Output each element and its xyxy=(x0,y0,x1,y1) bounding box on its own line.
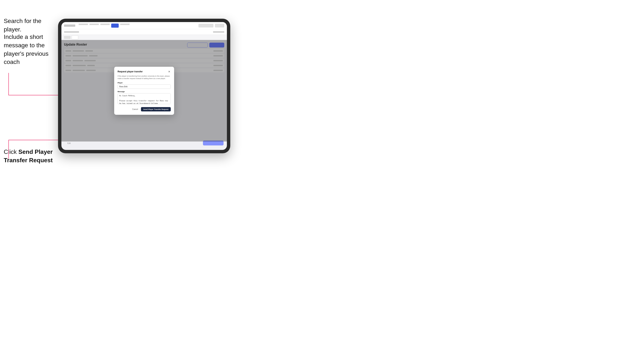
arrow-line-1-v xyxy=(8,73,9,95)
main-content: Update Roster xyxy=(62,40,227,142)
annotation-click: Click Send Player Transfer Request xyxy=(4,148,56,165)
nav-item-3 xyxy=(100,23,110,25)
message-textarea[interactable]: Hi Coach McHarg, Please accept this tran… xyxy=(118,93,171,104)
app-logo xyxy=(64,24,75,27)
tab-active[interactable] xyxy=(72,35,78,39)
header-btn-1[interactable] xyxy=(198,24,214,27)
send-transfer-button[interactable]: Send Player Transfer Request xyxy=(141,107,171,111)
breadcrumb-text xyxy=(64,31,79,33)
modal-header: Request player transfer ✕ xyxy=(118,70,171,73)
edit-label: Edit xyxy=(68,142,70,144)
player-input[interactable] xyxy=(118,84,171,89)
tab-bar xyxy=(62,35,227,40)
modal-close-button[interactable]: ✕ xyxy=(168,70,171,73)
player-label: Player xyxy=(118,82,171,84)
app-header-right xyxy=(198,24,224,27)
header-btn-2[interactable] xyxy=(215,24,224,27)
cancel-button[interactable]: Cancel xyxy=(131,108,140,111)
modal-footer: Cancel Send Player Transfer Request xyxy=(118,107,171,111)
app-header xyxy=(62,22,227,29)
nav-item-1 xyxy=(79,23,88,25)
tablet-screen: Update Roster xyxy=(62,22,227,150)
annotation-search: Search for the player. xyxy=(4,17,56,34)
modal-title: Request player transfer xyxy=(118,70,143,73)
sub-header xyxy=(62,29,227,35)
tablet-device: Update Roster xyxy=(58,19,230,153)
message-label: Message xyxy=(118,91,171,93)
modal-description: If the player is transferring from anoth… xyxy=(118,75,171,80)
arrow-line-2-v xyxy=(8,140,9,159)
sub-header-right-text xyxy=(213,31,224,33)
nav-item-active[interactable] xyxy=(111,23,119,28)
tab-inactive-1[interactable] xyxy=(64,36,70,39)
app-nav xyxy=(79,23,130,28)
modal-overlay: Request player transfer ✕ If the player … xyxy=(62,40,227,142)
nav-item-5 xyxy=(120,23,130,25)
annotation-message: Include a short message to the player's … xyxy=(4,33,58,66)
request-transfer-modal: Request player transfer ✕ If the player … xyxy=(114,67,174,115)
nav-item-2 xyxy=(90,23,99,25)
